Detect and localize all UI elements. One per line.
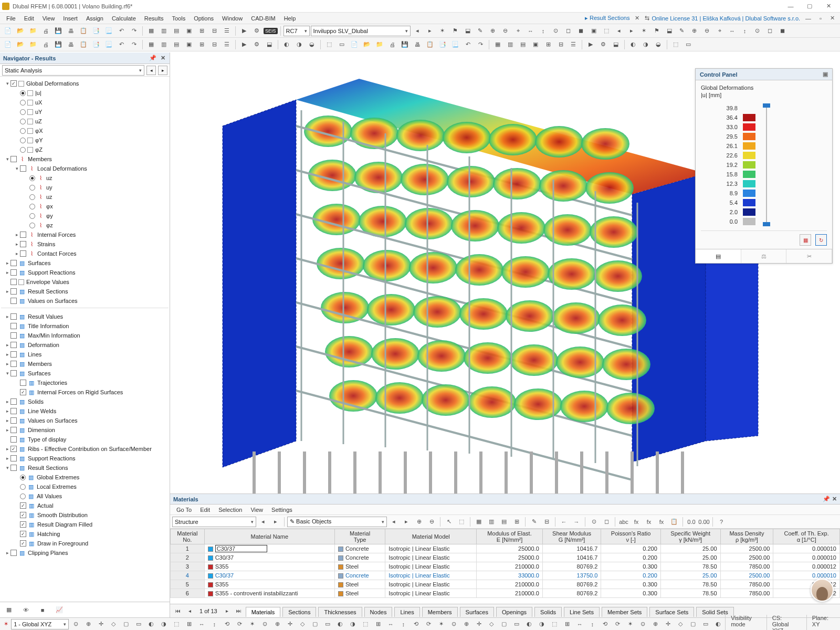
toolbar-btn[interactable]: 🖨	[40, 39, 51, 50]
tree-radio[interactable]	[20, 109, 26, 115]
status-axes-icon[interactable]: ✶	[2, 618, 10, 630]
status-tool-btn[interactable]: ◐	[334, 618, 346, 630]
status-tool-btn[interactable]: ⊕	[649, 618, 661, 630]
mat-tool-btn[interactable]: ⊟	[541, 516, 552, 528]
tree-item[interactable]: ▥Type of display	[1, 435, 169, 444]
tree-item[interactable]: uX	[1, 98, 169, 107]
tree-checkbox[interactable]	[10, 351, 17, 358]
toolbar-btn[interactable]: 📁	[27, 25, 39, 37]
table-row[interactable]: 3S355SteelIsotropic | Linear Elastic2100…	[171, 562, 840, 571]
toolbar-btn[interactable]: ▣	[183, 39, 195, 50]
mat-tab-sections[interactable]: Sections	[282, 607, 316, 617]
tree-item[interactable]: ▾Global Deformations	[1, 79, 169, 88]
minimize-button[interactable]: —	[781, 0, 800, 13]
tree-item[interactable]: ▥Values on Surfaces	[1, 296, 169, 306]
toolbar-btn[interactable]: ⬚	[670, 39, 681, 50]
tree-item[interactable]: ▾⌇Members	[1, 154, 169, 164]
status-tool-btn[interactable]: ▢	[687, 618, 699, 630]
toolbar-btn[interactable]: ▶	[585, 39, 596, 50]
toolbar-btn[interactable]: ☰	[568, 39, 579, 50]
menu-insert[interactable]: Insert	[59, 14, 82, 23]
tree-radio[interactable]	[29, 175, 35, 181]
toolbar-btn[interactable]: ▥	[505, 39, 516, 50]
tree-item[interactable]: ▥Trajectories	[1, 378, 169, 387]
tree-checkbox[interactable]	[20, 380, 26, 386]
toolbar-btn[interactable]: 📂	[15, 25, 26, 37]
toolbar-btn[interactable]: ◒	[306, 39, 318, 50]
toolbar-btn[interactable]: ▶	[238, 25, 250, 37]
toolbar-btn[interactable]: ⬓	[462, 25, 474, 37]
status-tool-btn[interactable]: ⊙	[637, 618, 648, 630]
toolbar-btn[interactable]: ↶	[116, 25, 127, 37]
mat-tool-btn[interactable]: abc	[618, 516, 629, 528]
mat-tool-btn[interactable]: ⊞	[511, 516, 522, 528]
tree-item[interactable]: ▸▥Deformation	[1, 340, 169, 350]
mat-tool-btn[interactable]: ?	[716, 516, 727, 528]
toolbar-btn[interactable]: ▦	[145, 25, 157, 37]
toolbar-btn[interactable]: ↷	[475, 39, 486, 50]
status-tool-btn[interactable]: ◑	[347, 618, 359, 630]
toolbar-btn[interactable]: ⊕	[487, 25, 499, 37]
toolbar-btn[interactable]: 🖶	[65, 25, 77, 37]
tree-checkbox[interactable]	[20, 502, 26, 509]
tree-item[interactable]: ▸▥Surfaces	[1, 258, 169, 268]
tree-radio[interactable]	[29, 213, 35, 219]
toolbar-btn[interactable]: ⬓	[264, 39, 275, 50]
toolbar-btn[interactable]: ◻	[764, 25, 776, 37]
toolbar-btn[interactable]: ▣	[530, 39, 541, 50]
table-row[interactable]: 5S355SteelIsotropic | Linear Elastic2100…	[171, 580, 840, 589]
result-sections-close[interactable]: ✕	[632, 15, 643, 22]
mat-tab-member-sets[interactable]: Member Sets	[602, 607, 647, 617]
tree-checkbox[interactable]	[10, 370, 17, 376]
status-tool-btn[interactable]: ▭	[133, 618, 144, 630]
toolbar-btn[interactable]: 📂	[15, 39, 26, 50]
tree-item[interactable]: ▥Result Diagram Filled	[1, 520, 169, 529]
tree-item[interactable]: ▥Internal Forces on Rigid Surfaces	[1, 387, 169, 397]
tree-item[interactable]: ▥Max/Min Information	[1, 331, 169, 340]
toolbar-btn[interactable]: ⌖	[512, 25, 524, 37]
status-tool-btn[interactable]: ◑	[158, 618, 170, 630]
toolbar-btn[interactable]: ⊙	[550, 25, 562, 37]
mat-menu-edit[interactable]: Edit	[196, 506, 214, 514]
maximize-button[interactable]: ▢	[800, 0, 819, 13]
tree-item[interactable]: ▸⌇Internal Forces	[1, 230, 169, 239]
mat-menu-selection[interactable]: Selection	[214, 506, 246, 514]
tree-item[interactable]: ▸▥Result Sections	[1, 287, 169, 296]
tree-checkbox[interactable]	[20, 389, 26, 395]
toolbar-btn[interactable]: ▤	[171, 39, 182, 50]
tree-checkbox[interactable]	[10, 288, 17, 295]
toolbar-btn[interactable]: ✎	[475, 25, 486, 37]
tree-item[interactable]: ▸▥Members	[1, 359, 169, 369]
status-tool-btn[interactable]: ▭	[700, 618, 711, 630]
toolbar-btn[interactable]: ⌖	[714, 25, 726, 37]
mat-tool-btn[interactable]: →	[571, 516, 582, 528]
mat-col-header[interactable]: Specific Weightγ [kN/m³]	[660, 529, 720, 544]
control-panel-close-icon[interactable]: ▣	[823, 71, 828, 78]
status-tool-btn[interactable]: ⊙	[448, 618, 459, 630]
table-row[interactable]: 4C30/37ConcreteIsotropic | Linear Elasti…	[171, 571, 840, 580]
status-tool-btn[interactable]: ✶	[435, 618, 447, 630]
toolbar-btn[interactable]: 📋	[78, 25, 89, 37]
tree-item[interactable]: ▸▥Line Welds	[1, 406, 169, 416]
toolbar-btn[interactable]: ▤	[171, 25, 182, 37]
toolbar-btn[interactable]: 📃	[103, 39, 114, 50]
toolbar-btn[interactable]: ▸	[424, 25, 436, 37]
assistant-avatar[interactable]	[811, 579, 834, 602]
toolbar-btn[interactable]: ▤	[517, 39, 529, 50]
mat-col-header[interactable]: Poisson's Ratioν [-]	[601, 529, 661, 544]
status-tool-btn[interactable]: ◇	[108, 618, 119, 630]
mat-col-header[interactable]: Shear ModulusG [N/mm²]	[542, 529, 601, 544]
status-tool-btn[interactable]: ⬚	[360, 618, 371, 630]
table-row[interactable]: 6S355 - controventi instabilizzantiSteel…	[171, 589, 840, 598]
tree-item[interactable]: φX	[1, 126, 169, 135]
menu-results[interactable]: Results	[140, 14, 168, 23]
status-tool-btn[interactable]: ◇	[675, 618, 686, 630]
tree-checkbox[interactable]	[10, 408, 17, 414]
tree-radio[interactable]	[20, 90, 26, 96]
toolbar-btn[interactable]: 📄	[349, 39, 360, 50]
tree-item[interactable]: ▾▥Result Sections	[1, 463, 169, 472]
tree-radio[interactable]	[20, 100, 26, 106]
mat-tool-btn[interactable]: ⊙	[588, 516, 600, 528]
tree-item[interactable]: ▥Smooth Distribution	[1, 510, 169, 520]
mat-tool-btn[interactable]: 0.0	[686, 516, 697, 528]
